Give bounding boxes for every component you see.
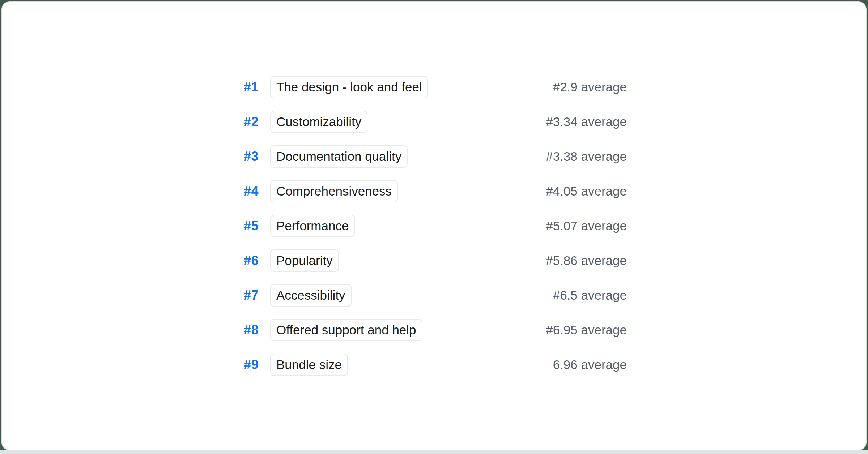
option-label: Popularity <box>276 253 333 268</box>
rank-badge: #5 <box>241 218 259 234</box>
ranking-row: #6 Popularity #5.86 average <box>241 249 627 272</box>
ranking-row: #3 Documentation quality #3.38 average <box>241 145 627 168</box>
item-average: 6.96 average <box>553 357 627 372</box>
ranking-row: #1 The design - look and feel #2.9 avera… <box>241 76 627 98</box>
ranking-option-pill: Popularity <box>270 249 339 272</box>
rank-badge: #3 <box>241 149 259 164</box>
option-label: Accessibility <box>276 288 345 303</box>
ranking-option-pill: Bundle size <box>270 354 348 376</box>
option-label: Customizability <box>276 115 361 129</box>
rank-badge: #1 <box>241 80 259 95</box>
rank-badge: #8 <box>241 322 259 338</box>
ranking-option-pill: Comprehensiveness <box>270 180 398 202</box>
ranking-option-pill: The design - look and feel <box>270 76 428 98</box>
ranking-row: #4 Comprehensiveness #4.05 average <box>241 180 627 202</box>
rank-badge: #9 <box>241 357 259 372</box>
item-average: #3.34 average <box>546 115 627 129</box>
item-average: #5.07 average <box>546 219 627 233</box>
option-label: Offered support and help <box>276 323 416 337</box>
ranking-option-pill: Documentation quality <box>270 145 408 168</box>
item-average: #3.38 average <box>546 149 627 164</box>
results-card: #1 The design - look and feel #2.9 avera… <box>1 1 867 450</box>
bottom-edge-bar <box>0 450 868 454</box>
ranking-list: #1 The design - look and feel #2.9 avera… <box>241 76 627 376</box>
rank-badge: #6 <box>241 253 259 268</box>
ranking-option-pill: Customizability <box>270 111 367 133</box>
option-label: Comprehensiveness <box>276 184 392 198</box>
item-average: #5.86 average <box>546 253 627 268</box>
ranking-option-pill: Offered support and help <box>270 319 422 341</box>
ranking-row: #8 Offered support and help #6.95 averag… <box>241 319 627 341</box>
item-average: #2.9 average <box>553 80 627 94</box>
ranking-row: #2 Customizability #3.34 average <box>241 111 627 133</box>
option-label: Documentation quality <box>276 149 401 164</box>
rank-badge: #4 <box>241 184 259 199</box>
option-label: The design - look and feel <box>276 80 422 94</box>
ranking-row: #7 Accessibility #6.5 average <box>241 284 627 307</box>
rank-badge: #7 <box>241 288 259 303</box>
ranking-row: #5 Performance #5.07 average <box>241 215 627 237</box>
item-average: #6.95 average <box>546 323 627 337</box>
item-average: #6.5 average <box>553 288 627 303</box>
ranking-row: #9 Bundle size 6.96 average <box>241 354 627 376</box>
option-label: Performance <box>276 219 349 233</box>
ranking-option-pill: Performance <box>270 215 355 237</box>
ranking-option-pill: Accessibility <box>270 284 352 307</box>
option-label: Bundle size <box>276 357 342 372</box>
rank-badge: #2 <box>241 114 259 129</box>
item-average: #4.05 average <box>546 184 627 198</box>
